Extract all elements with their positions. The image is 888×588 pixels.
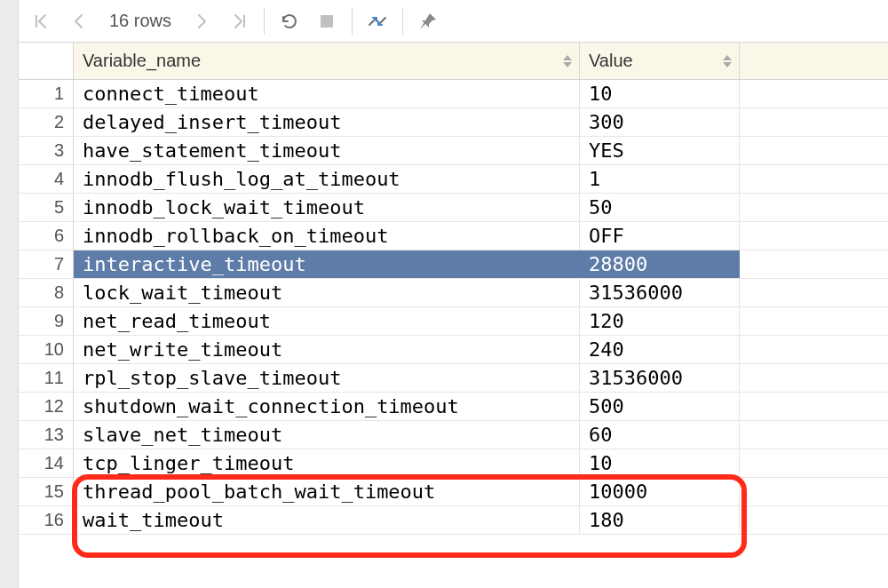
pin-button[interactable] xyxy=(410,4,446,39)
value-cell[interactable]: 10000 xyxy=(580,478,740,505)
sort-icon xyxy=(723,55,732,68)
variable-name-cell[interactable]: interactive_timeout xyxy=(74,250,580,278)
table-row[interactable]: 7interactive_timeout28800 xyxy=(19,250,888,279)
chevron-right-icon xyxy=(195,13,208,29)
variable-name-cell[interactable]: net_read_timeout xyxy=(74,307,580,335)
toolbar-separator xyxy=(352,8,353,35)
row-number-cell: 5 xyxy=(19,194,74,221)
reload-icon xyxy=(280,12,299,31)
variable-name-cell[interactable]: tcp_linger_timeout xyxy=(74,449,580,477)
row-number-cell: 14 xyxy=(19,449,74,477)
row-number-cell: 6 xyxy=(19,222,74,250)
table-row[interactable]: 8lock_wait_timeout31536000 xyxy=(19,279,888,307)
last-page-icon xyxy=(231,13,247,29)
toolbar: 16 rows xyxy=(19,0,888,43)
table-row[interactable]: 5innodb_lock_wait_timeout50 xyxy=(19,194,888,222)
row-count-label: 16 rows xyxy=(99,11,182,31)
variable-name-cell[interactable]: slave_net_timeout xyxy=(74,421,580,449)
variable-name-cell[interactable]: innodb_flush_log_at_timeout xyxy=(74,165,580,193)
row-number-cell: 8 xyxy=(19,279,74,306)
table-row[interactable]: 1connect_timeout10 xyxy=(19,80,888,108)
value-cell[interactable]: 60 xyxy=(580,421,740,449)
data-extractor-button[interactable] xyxy=(360,4,395,39)
value-cell[interactable]: 500 xyxy=(580,393,740,420)
toolbar-separator xyxy=(264,8,265,35)
row-number-header xyxy=(19,43,74,79)
row-number-cell: 12 xyxy=(19,393,74,420)
column-header-label: Value xyxy=(589,51,633,71)
value-cell[interactable]: 240 xyxy=(580,336,740,363)
grid-header: Variable_name Value xyxy=(19,43,888,80)
value-cell[interactable]: 300 xyxy=(580,108,740,136)
variable-name-cell[interactable]: lock_wait_timeout xyxy=(74,279,580,306)
results-grid: Variable_name Value 1connect_timeout102d… xyxy=(19,43,888,588)
row-number-cell: 16 xyxy=(19,506,74,534)
table-row[interactable]: 13slave_net_timeout60 xyxy=(19,421,888,449)
chevron-left-icon xyxy=(73,13,85,29)
svg-rect-0 xyxy=(321,15,333,28)
row-number-cell: 9 xyxy=(19,307,74,335)
toolbar-separator xyxy=(402,8,403,35)
reload-button[interactable] xyxy=(272,4,307,39)
pin-icon xyxy=(418,12,438,31)
first-page-icon xyxy=(34,13,50,29)
table-row[interactable]: 11rpl_stop_slave_timeout31536000 xyxy=(19,364,888,393)
table-row[interactable]: 16wait_timeout180 xyxy=(19,506,888,535)
value-cell[interactable]: 10 xyxy=(580,449,740,477)
value-cell[interactable]: 31536000 xyxy=(580,364,740,392)
row-number-cell: 13 xyxy=(19,421,74,449)
results-panel: 16 rows xyxy=(18,0,888,588)
column-header-label: Variable_name xyxy=(83,51,201,71)
variable-name-cell[interactable]: delayed_insert_timeout xyxy=(74,108,580,136)
prev-page-button[interactable] xyxy=(61,4,97,39)
sort-icon xyxy=(563,55,572,68)
first-page-button[interactable] xyxy=(24,4,59,39)
row-number-cell: 1 xyxy=(19,80,74,107)
variable-name-cell[interactable]: net_write_timeout xyxy=(74,336,580,363)
row-number-cell: 7 xyxy=(19,250,74,278)
value-cell[interactable]: 180 xyxy=(580,506,740,534)
table-row[interactable]: 14tcp_linger_timeout10 xyxy=(19,449,888,478)
row-number-cell: 2 xyxy=(19,108,74,136)
row-number-cell: 4 xyxy=(19,165,74,193)
row-number-cell: 3 xyxy=(19,137,74,164)
row-number-cell: 15 xyxy=(19,478,74,505)
variable-name-cell[interactable]: rpl_stop_slave_timeout xyxy=(74,364,580,392)
table-row[interactable]: 9net_read_timeout120 xyxy=(19,307,888,336)
variable-name-cell[interactable]: wait_timeout xyxy=(74,506,580,534)
column-header-value[interactable]: Value xyxy=(580,43,740,79)
variable-name-cell[interactable]: innodb_rollback_on_timeout xyxy=(74,222,580,250)
table-row[interactable]: 10net_write_timeout240 xyxy=(19,336,888,364)
arrows-converge-icon xyxy=(367,12,388,30)
stop-button[interactable] xyxy=(309,4,345,39)
table-row[interactable]: 4innodb_flush_log_at_timeout1 xyxy=(19,165,888,194)
variable-name-cell[interactable]: have_statement_timeout xyxy=(74,137,580,164)
value-cell[interactable]: 1 xyxy=(580,165,740,193)
variable-name-cell[interactable]: thread_pool_batch_wait_timeout xyxy=(74,478,580,505)
variable-name-cell[interactable]: connect_timeout xyxy=(74,80,580,107)
last-page-button[interactable] xyxy=(221,4,257,39)
table-row[interactable]: 12shutdown_wait_connection_timeout500 xyxy=(19,393,888,421)
table-row[interactable]: 6innodb_rollback_on_timeoutOFF xyxy=(19,222,888,250)
value-cell[interactable]: OFF xyxy=(580,222,740,250)
value-cell[interactable]: 50 xyxy=(580,194,740,221)
variable-name-cell[interactable]: shutdown_wait_connection_timeout xyxy=(74,393,580,420)
table-row[interactable]: 15thread_pool_batch_wait_timeout10000 xyxy=(19,478,888,506)
value-cell[interactable]: 120 xyxy=(580,307,740,335)
column-header-variable-name[interactable]: Variable_name xyxy=(74,43,580,79)
table-row[interactable]: 3have_statement_timeoutYES xyxy=(19,137,888,165)
next-page-button[interactable] xyxy=(184,4,219,39)
value-cell[interactable]: YES xyxy=(580,137,740,164)
grid-body: 1connect_timeout102delayed_insert_timeou… xyxy=(19,80,888,535)
stop-icon xyxy=(320,14,334,28)
value-cell[interactable]: 31536000 xyxy=(580,279,740,306)
value-cell[interactable]: 28800 xyxy=(580,250,740,278)
row-number-cell: 10 xyxy=(19,336,74,363)
variable-name-cell[interactable]: innodb_lock_wait_timeout xyxy=(74,194,580,221)
row-number-cell: 11 xyxy=(19,364,74,392)
table-row[interactable]: 2delayed_insert_timeout300 xyxy=(19,108,888,137)
value-cell[interactable]: 10 xyxy=(580,80,740,107)
